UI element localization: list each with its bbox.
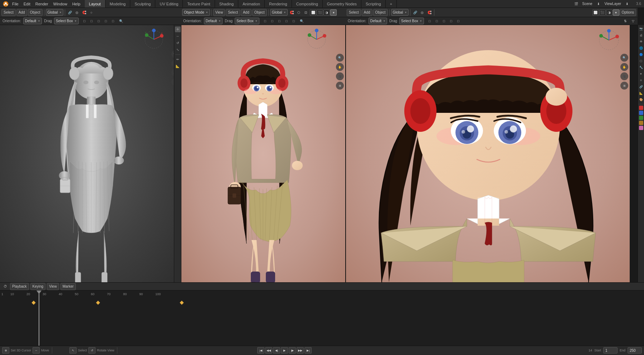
pivot-icon[interactable]: ◎ [74, 9, 80, 16]
tab-animation[interactable]: Animation [238, 0, 265, 8]
timeline-main[interactable]: 1 10 20 30 40 50 60 70 80 90 100 [0, 291, 644, 346]
select-btn-left[interactable]: Select [1, 9, 16, 16]
object-mode-select[interactable]: Object Mode ▼ [182, 9, 210, 16]
tab-compositing[interactable]: Compositing [292, 0, 323, 8]
tab-rendering[interactable]: Rendering [265, 0, 292, 8]
jump-end-btn[interactable]: ▶| [304, 347, 312, 354]
prop-icon5[interactable]: □ [110, 18, 116, 24]
prop-color3[interactable] [639, 116, 643, 120]
cursor-3d-btn[interactable]: ⊕ [2, 347, 9, 354]
pivot-icon-right[interactable]: ◎ [419, 9, 425, 16]
r-icon3[interactable]: □ [441, 18, 447, 24]
marker-btn[interactable]: Marker [60, 283, 76, 290]
prop-world[interactable]: 🔵 [638, 52, 644, 57]
zoom-icon-right[interactable]: 🔍 [620, 54, 628, 62]
filter-icon[interactable]: ▽ [630, 18, 636, 24]
prop-modifier[interactable]: 🔧 [638, 64, 644, 70]
add-btn-right[interactable]: Add [362, 9, 372, 16]
shading-render[interactable]: ● [330, 9, 337, 16]
keyframe-marker-3[interactable] [180, 301, 184, 304]
menu-window[interactable]: Window [51, 1, 69, 7]
viewlayer-selector[interactable]: ⬇ [624, 1, 630, 7]
orient-select-mid[interactable]: Default ▼ [204, 18, 223, 24]
r-icon2[interactable]: □ [434, 18, 440, 24]
r-icon5[interactable]: □ [455, 18, 462, 24]
blender-logo[interactable] [2, 0, 9, 8]
view-timeline-btn[interactable]: View [47, 283, 59, 290]
menu-help[interactable]: Help [70, 1, 83, 7]
tool-measure[interactable]: 📐 [175, 63, 181, 69]
view-icon3[interactable]: □ [276, 18, 283, 24]
prop-color2[interactable] [639, 111, 643, 115]
tab-scripting[interactable]: Scripting [361, 0, 386, 8]
camera-icon-right[interactable]: 🎥 [620, 72, 628, 80]
xray-icon[interactable]: ⊡ [303, 9, 309, 16]
object-btn-right[interactable]: Object [373, 9, 388, 16]
tab-add[interactable]: + [386, 0, 397, 8]
zoom-icon-mid[interactable]: 🔍 [336, 54, 344, 62]
viewport-mid[interactable]: 🔍 ✋ 🎥 ⊞ [181, 25, 345, 282]
tool-move[interactable]: ↔ [175, 33, 181, 39]
prop-color4[interactable] [639, 121, 643, 125]
move-btn[interactable]: ↔ [33, 347, 40, 354]
scene-selector[interactable]: ⬇ [595, 1, 602, 7]
drag-select-left[interactable]: Select Box ▼ [54, 18, 79, 24]
proportional-icon[interactable]: ○ [88, 9, 94, 16]
keyframe-marker-1[interactable] [31, 301, 35, 304]
prop-material[interactable]: 🎨 [638, 97, 644, 102]
drag-select-mid[interactable]: Select Box ▼ [235, 18, 259, 24]
tool-cursor[interactable]: ✛ [175, 27, 181, 32]
camera-icon-mid[interactable]: 🎥 [336, 72, 344, 80]
play-btn[interactable]: ▶ [281, 347, 288, 354]
tab-texture-paint[interactable]: Texture Paint [183, 0, 215, 8]
view-icon1[interactable]: □ [262, 18, 268, 24]
view-btn-mid[interactable]: View [213, 9, 225, 16]
shading-solid[interactable]: ⬛ [317, 9, 323, 16]
tab-shading[interactable]: Shading [215, 0, 238, 8]
prop-object[interactable]: ⬡ [638, 58, 644, 64]
prop-physics[interactable]: ⚛ [638, 77, 644, 83]
shading-wire[interactable]: ⬜ [310, 9, 316, 16]
prop-render[interactable]: 📷 [638, 26, 644, 32]
snap-icon-left[interactable]: 🧲 [81, 9, 87, 16]
lock-icon-left[interactable]: 🔗 [67, 9, 73, 16]
sort-icon[interactable]: ⇅ [622, 18, 629, 24]
start-frame-input[interactable]: 1 [603, 347, 618, 354]
prop-icon1[interactable]: □ [81, 18, 88, 24]
pan-icon-right[interactable]: ✋ [620, 63, 628, 71]
prop-icon2[interactable]: □ [88, 18, 95, 24]
prop-output[interactable]: 🖨 [638, 32, 644, 38]
shading-render-r[interactable]: ● [613, 9, 619, 16]
snap-icon-mid[interactable]: 🧲 [288, 9, 295, 16]
snap-icon-right[interactable]: 🧲 [426, 9, 433, 16]
add-btn-left[interactable]: Add [16, 9, 27, 16]
object-btn-mid[interactable]: Object [252, 9, 267, 16]
gizmo-mid[interactable] [306, 29, 327, 50]
tab-sculpting[interactable]: Sculpting [130, 0, 155, 8]
step-fwd-btn[interactable]: |▶ [289, 347, 296, 354]
editor-type-icon[interactable]: ⏱ [2, 283, 9, 290]
prop-view[interactable]: 👁 [638, 39, 644, 44]
tab-layout[interactable]: Layout [85, 0, 106, 8]
fast-fwd-btn[interactable]: ▶▶ [297, 347, 304, 354]
menu-file[interactable]: File [10, 1, 21, 7]
prop-constraints[interactable]: 🔗 [638, 84, 644, 90]
prop-icon3[interactable]: □ [96, 18, 102, 24]
engine-icon[interactable]: 🎬 [573, 1, 579, 7]
orient-select-right[interactable]: Default ▼ [369, 18, 387, 24]
prop-color1[interactable] [639, 106, 643, 110]
tab-geometry-nodes[interactable]: Geometry Nodes [323, 0, 361, 8]
search-icon-mid[interactable]: 🔍 [299, 18, 305, 24]
pan-icon-mid[interactable]: ✋ [336, 63, 344, 71]
step-back-btn[interactable]: ◀| [273, 347, 280, 354]
shading-solid-r[interactable]: ⬛ [599, 9, 606, 16]
tool-scale[interactable]: ⤡ [175, 47, 181, 53]
viewport-left[interactable]: X Y Z 🔍 ✋ 🎥 ⊞ [0, 25, 181, 282]
shading-mat-r[interactable]: ◑ [606, 9, 613, 16]
r-icon4[interactable]: □ [448, 18, 454, 24]
prop-particles[interactable]: ✦ [638, 71, 644, 77]
playback-btn[interactable]: Playback [10, 283, 29, 290]
tab-modeling[interactable]: Modeling [106, 0, 131, 8]
tool-annotate[interactable]: ✏ [175, 57, 181, 62]
keyframe-marker-2[interactable] [96, 301, 100, 304]
